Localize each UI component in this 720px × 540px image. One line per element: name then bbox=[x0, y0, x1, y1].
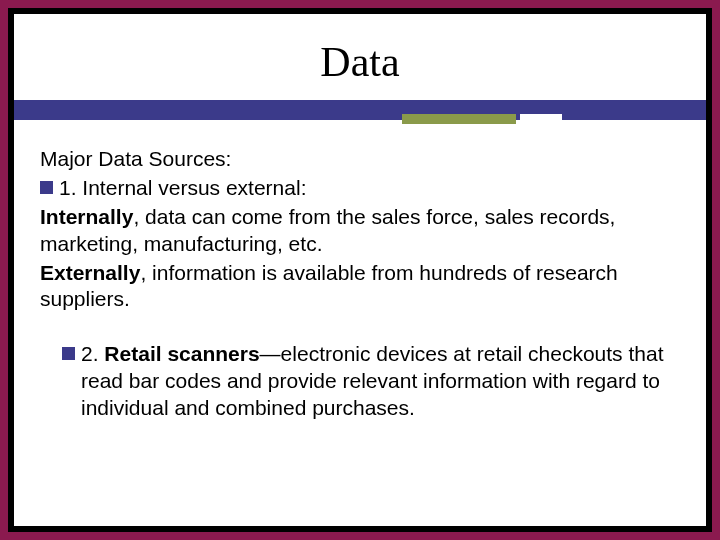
externally-paragraph: Externally, information is available fro… bbox=[40, 260, 680, 314]
bullet-item-1-num: 1. bbox=[59, 176, 77, 199]
bullet-item-1-text: 1. Internal versus external: bbox=[59, 175, 680, 202]
slide-header: Data bbox=[14, 14, 706, 132]
slide-title: Data bbox=[14, 38, 706, 86]
internally-paragraph: Internally, data can come from the sales… bbox=[40, 204, 680, 258]
slide: Data Major Data Sources: 1. Internal ver… bbox=[14, 14, 706, 526]
externally-bold: Externally bbox=[40, 261, 140, 284]
bullet-item-2-text: 2. Retail scanners—electronic devices at… bbox=[81, 341, 680, 422]
bullet-item-1: 1. Internal versus external: bbox=[40, 175, 680, 202]
bullet-item-1-label: Internal versus external: bbox=[82, 176, 306, 199]
bullet-item-2-bold: Retail scanners bbox=[104, 342, 259, 365]
header-bar-main bbox=[14, 100, 706, 120]
slide-body: Major Data Sources: 1. Internal versus e… bbox=[14, 132, 706, 422]
header-bar-accent-white bbox=[520, 114, 562, 124]
header-bar-accent-olive bbox=[402, 114, 516, 124]
bullet-item-2: 2. Retail scanners—electronic devices at… bbox=[62, 341, 680, 422]
internally-bold: Internally bbox=[40, 205, 133, 228]
header-bar bbox=[14, 98, 706, 130]
body-heading: Major Data Sources: bbox=[40, 146, 680, 173]
slide-outer-frame: Data Major Data Sources: 1. Internal ver… bbox=[0, 0, 720, 540]
square-bullet-icon bbox=[40, 181, 53, 194]
slide-inner-frame: Data Major Data Sources: 1. Internal ver… bbox=[8, 8, 712, 532]
spacer bbox=[40, 315, 680, 341]
bullet-item-2-num: 2. bbox=[81, 342, 99, 365]
square-bullet-icon bbox=[62, 347, 75, 360]
